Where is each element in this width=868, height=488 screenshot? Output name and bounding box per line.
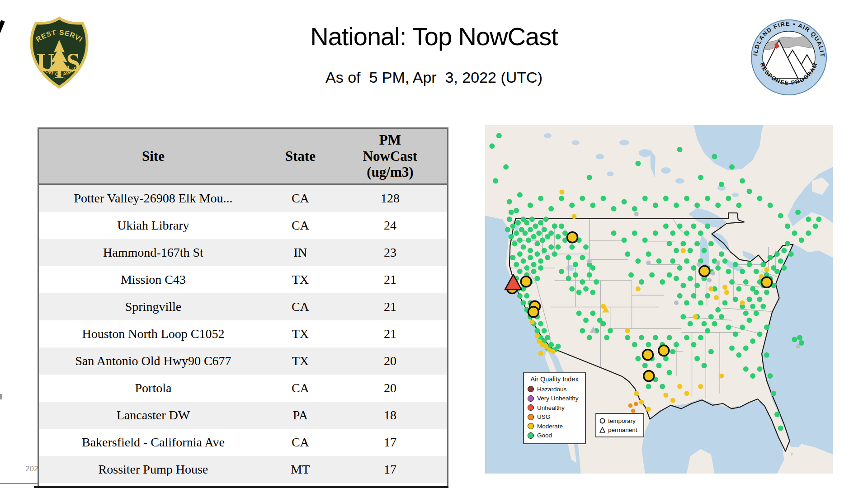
legend-label: temporary (608, 418, 636, 424)
table-header-value: PM NowCast (ug/m3) (333, 128, 448, 184)
forest-service-shield-icon: FOREST SERVICE DEPARTMENT OF AGRICULTURE… (25, 16, 94, 89)
legend-item-permanent: permanent (599, 425, 640, 434)
cell-site: San Antonio Old Hwy90 C677 (38, 347, 268, 375)
aqi-legend-title: Air Quality Index (528, 375, 581, 383)
permanent-triangle-icon (599, 427, 605, 433)
table-body: Potter Valley-26908 Elk Mou...CA128Ukiah… (38, 184, 448, 488)
table-row: PortolaCA20 (38, 375, 448, 402)
cell-value: 18 (333, 402, 448, 429)
aqi-label: Moderate (537, 423, 563, 430)
aqi-label: Good (537, 432, 552, 439)
table-header-row: Site State PM NowCast (ug/m3) (38, 128, 448, 184)
cell-value: 21 (333, 293, 448, 320)
table-row: Houston North Loop C1052TX21 (38, 320, 448, 347)
aqi-legend-items: HazardousVery UnhealthyUnhealthyUSGModer… (528, 385, 581, 440)
temporary-circle-icon (599, 418, 605, 424)
cell-site: Lancaster DW (38, 402, 268, 429)
cell-site: Hammond-167th St (38, 239, 268, 266)
slide: { "page": { "title": "National: Top NowC… (0, 0, 868, 488)
svg-text:U: U (37, 48, 55, 76)
cell-value: 21 (333, 320, 448, 347)
cell-value: 17 (333, 456, 448, 483)
aqi-label: Very Unhealthy (537, 395, 579, 402)
aqi-label: Hazardous (537, 386, 566, 393)
us-monitor-map: Air Quality Index HazardousVery Unhealth… (485, 125, 833, 474)
cell-site: Houston North Loop C1052 (38, 320, 268, 347)
table-row: San Antonio Old Hwy90 C677TX20 (38, 347, 448, 375)
cell-value: 24 (333, 212, 448, 239)
aqi-legend-item: Unhealthy (528, 403, 581, 413)
cell-state: IN (268, 239, 333, 266)
cell-state: MT (268, 456, 333, 483)
cell-state: TX (268, 347, 333, 375)
cell-site: Ukiah Library (38, 212, 268, 239)
wildland-fire-air-quality-logo: WILDLAND FIRE • AIR QUALITY RESPONSE PRO… (750, 19, 827, 96)
table-row: Bakersfield - California AveCA17 (38, 429, 448, 456)
legend-label: permanent (608, 427, 637, 433)
table-row: Rossiter Pump HouseMT17 (38, 456, 448, 483)
aqi-label: Unhealthy (537, 404, 565, 411)
cell-site: Springville (38, 293, 268, 320)
forest-service-logo: FOREST SERVICE DEPARTMENT OF AGRICULTURE… (25, 16, 94, 89)
cell-site: Mission C43 (38, 266, 268, 293)
aqi-swatch-icon (528, 404, 534, 411)
aqi-swatch-icon (528, 414, 534, 420)
cell-state: TX (268, 320, 333, 347)
cell-state: CA (268, 375, 333, 402)
aqi-swatch-icon (528, 432, 534, 439)
table-row: Mission C43TX21 (38, 266, 448, 293)
page-subtitle: As of 5 PM, Apr 3, 2022 (UTC) (0, 69, 868, 86)
cell-site: Potter Valley-26908 Elk Mou... (38, 184, 268, 212)
legend-item-temporary: temporary (599, 416, 640, 425)
cell-value: 128 (333, 184, 448, 212)
edge-tick-mark (0, 394, 2, 399)
aqi-legend-item: Hazardous (528, 385, 581, 394)
aqi-swatch-icon (528, 423, 534, 429)
aqi-legend: Air Quality Index HazardousVery Unhealth… (523, 372, 586, 444)
table-row: Hammond-167th StIN23 (38, 239, 448, 266)
cell-value: 20 (333, 347, 448, 375)
cell-state: PA (268, 402, 333, 429)
page-title: National: Top NowCast (0, 22, 868, 51)
cell-site: Portola (38, 375, 268, 402)
top-nowcast-table: Site State PM NowCast (ug/m3) Potter Val… (38, 127, 448, 488)
cell-state: CA (268, 293, 333, 320)
clipped-timestamp: 202 (25, 465, 38, 474)
bottom-black-bar (34, 486, 448, 488)
table-row: SpringvilleCA21 (38, 293, 448, 320)
cell-state: CA (268, 212, 333, 239)
aqi-legend-item: Good (528, 431, 581, 441)
cell-value: 21 (333, 266, 448, 293)
cell-site: Rossiter Pump House (38, 456, 268, 483)
table-row: Ukiah LibraryCA24 (38, 212, 448, 239)
table-header-state: State (268, 128, 333, 184)
aqi-legend-item: USG (528, 413, 581, 422)
cell-site: Bakersfield - California Ave (38, 429, 268, 456)
svg-text:S: S (66, 48, 80, 76)
cell-value: 23 (333, 239, 448, 266)
aqi-legend-item: Moderate (528, 422, 581, 431)
cell-state: CA (268, 184, 333, 212)
cell-value: 20 (333, 375, 448, 402)
cell-value: 17 (333, 429, 448, 456)
cell-state: TX (268, 266, 333, 293)
aqi-label: USG (537, 413, 550, 420)
table-row: Lancaster DWPA18 (38, 402, 448, 429)
bottom-left-axis-line (0, 483, 38, 484)
aqi-legend-item: Very Unhealthy (528, 394, 581, 404)
cell-state: CA (268, 429, 333, 456)
aqi-swatch-icon (528, 386, 534, 392)
table-header-site: Site (38, 128, 268, 184)
response-program-seal-icon: WILDLAND FIRE • AIR QUALITY RESPONSE PRO… (750, 19, 827, 96)
aqi-swatch-icon (528, 395, 534, 402)
table-row: Potter Valley-26908 Elk Mou...CA128 (38, 184, 448, 212)
shape-legend: temporary permanent (595, 413, 644, 437)
